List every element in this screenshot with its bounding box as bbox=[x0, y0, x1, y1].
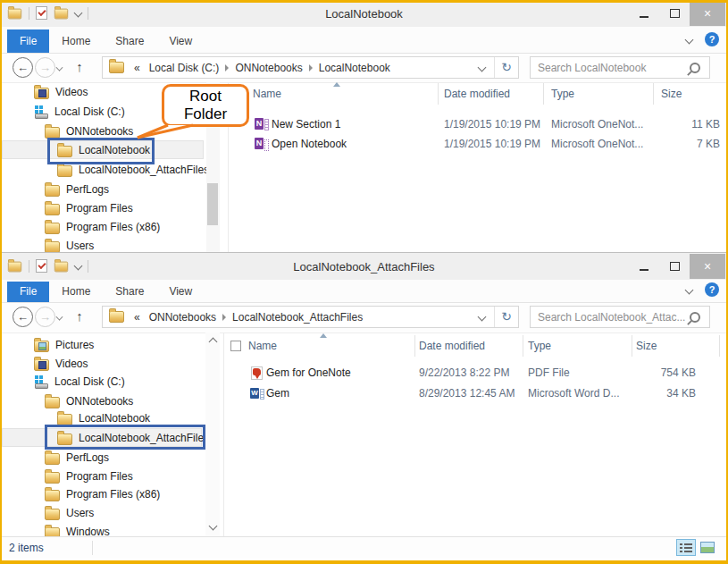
column-header-date[interactable]: Date modified bbox=[419, 337, 485, 355]
breadcrumb-item[interactable]: Local Disk (C:) bbox=[145, 62, 224, 74]
close-button[interactable]: × bbox=[690, 1, 725, 26]
divider bbox=[29, 260, 29, 273]
properties-check-icon[interactable] bbox=[36, 6, 47, 20]
window-frame-edge bbox=[0, 560, 728, 564]
breadcrumb-separator-icon bbox=[309, 64, 313, 72]
column-header-name[interactable]: Name bbox=[248, 337, 277, 355]
tree-item-videos[interactable]: Videos bbox=[34, 83, 88, 101]
column-separator[interactable] bbox=[653, 83, 654, 105]
breadcrumb-overflow[interactable]: « bbox=[130, 311, 145, 324]
tab-share[interactable]: Share bbox=[103, 29, 156, 53]
ribbon-collapse-icon[interactable] bbox=[685, 285, 694, 294]
refresh-button[interactable]: ↻ bbox=[495, 307, 518, 327]
ribbon-collapse-icon[interactable] bbox=[685, 35, 694, 44]
scroll-up-icon[interactable] bbox=[209, 338, 218, 347]
column-header-size[interactable]: Size bbox=[661, 85, 682, 103]
up-button[interactable]: ↑ bbox=[71, 307, 88, 325]
toolbar-dropdown-icon[interactable] bbox=[74, 9, 83, 18]
tab-file[interactable]: File bbox=[7, 29, 49, 53]
scroll-down-icon[interactable] bbox=[209, 522, 218, 531]
select-all-checkbox[interactable] bbox=[230, 341, 241, 351]
scrollbar-thumb[interactable] bbox=[207, 183, 218, 225]
breadcrumb-item[interactable]: LocalNotebook_AttachFiles bbox=[228, 311, 367, 324]
file-name: Open Notebook bbox=[272, 135, 347, 154]
tab-share[interactable]: Share bbox=[103, 282, 156, 302]
column-header-type[interactable]: Type bbox=[551, 85, 574, 103]
ribbon-right-controls: ? bbox=[686, 282, 719, 297]
breadcrumb-overflow[interactable]: « bbox=[130, 62, 145, 74]
address-bar[interactable]: « Local Disk (C:) ONNotebooks LocalNoteb… bbox=[102, 56, 519, 79]
column-header-date[interactable]: Date modified bbox=[444, 85, 510, 103]
divider bbox=[29, 7, 29, 20]
tab-view[interactable]: View bbox=[156, 29, 205, 53]
ribbon-right-controls: ? bbox=[686, 32, 719, 46]
tree-item-label: Program Files bbox=[66, 470, 133, 483]
titlebar[interactable]: LocalNotebook × bbox=[0, 0, 728, 27]
folder-icon bbox=[109, 311, 124, 323]
address-dropdown-icon[interactable] bbox=[478, 313, 487, 322]
column-separator[interactable] bbox=[719, 335, 720, 357]
file-date: 9/22/2013 8:22 PM bbox=[419, 364, 509, 383]
column-header-size[interactable]: Size bbox=[636, 337, 657, 355]
tree-item-users[interactable]: Users bbox=[45, 504, 94, 522]
file-row-new-section-1[interactable]: New Section 1 1/19/2015 10:19 PM Microso… bbox=[0, 115, 728, 134]
column-header-name[interactable]: Name bbox=[253, 85, 281, 103]
tab-view[interactable]: View bbox=[156, 282, 205, 302]
tree-item-program-files[interactable]: Program Files bbox=[45, 467, 133, 485]
tree-item-perflogs[interactable]: PerfLogs bbox=[45, 449, 109, 467]
breadcrumb-separator-icon bbox=[222, 314, 226, 321]
help-icon[interactable]: ? bbox=[705, 32, 719, 46]
up-button[interactable]: ↑ bbox=[71, 58, 88, 76]
breadcrumb-item[interactable]: ONNotebooks bbox=[230, 62, 306, 74]
folder-icon[interactable] bbox=[54, 9, 68, 20]
thumbnails-view-button[interactable] bbox=[698, 539, 717, 556]
back-button[interactable]: ← bbox=[13, 57, 33, 78]
column-separator[interactable] bbox=[414, 335, 415, 357]
sort-ascending-icon bbox=[333, 82, 340, 87]
forward-button[interactable]: → bbox=[35, 57, 55, 78]
column-separator[interactable] bbox=[438, 83, 439, 105]
tree-item-users[interactable]: Users bbox=[45, 237, 94, 253]
breadcrumb-item[interactable]: LocalNotebook bbox=[314, 62, 395, 74]
folder-icon[interactable] bbox=[8, 262, 21, 273]
details-view-button[interactable] bbox=[676, 539, 696, 556]
tree-item-pictures[interactable]: Pictures bbox=[34, 336, 94, 354]
help-icon[interactable]: ? bbox=[705, 282, 719, 297]
breadcrumb-item[interactable]: ONNotebooks bbox=[145, 311, 221, 324]
tab-home[interactable]: Home bbox=[49, 29, 103, 53]
folder-icon[interactable] bbox=[8, 9, 21, 20]
toolbar-dropdown-icon[interactable] bbox=[74, 262, 83, 271]
properties-check-icon[interactable] bbox=[36, 259, 47, 273]
recent-pages-dropdown-icon[interactable] bbox=[56, 314, 63, 321]
address-bar[interactable]: « ONNotebooks LocalNotebook_AttachFiles … bbox=[102, 306, 519, 328]
back-button[interactable]: ← bbox=[13, 307, 33, 327]
column-separator[interactable] bbox=[523, 335, 523, 357]
file-row-gem-for-onenote[interactable]: Gem for OneNote 9/22/2013 8:22 PM PDF Fi… bbox=[0, 364, 728, 383]
refresh-button[interactable]: ↻ bbox=[495, 57, 518, 78]
close-button[interactable]: × bbox=[690, 254, 725, 279]
tree-item-program-files[interactable]: Program Files bbox=[45, 199, 133, 217]
maximize-button[interactable] bbox=[659, 1, 690, 26]
column-separator[interactable] bbox=[632, 335, 632, 357]
file-row-gem[interactable]: Gem 8/29/2013 12:45 AM Microsoft Word D.… bbox=[0, 384, 728, 403]
tab-file[interactable]: File bbox=[7, 282, 49, 302]
minimize-button[interactable] bbox=[629, 1, 659, 26]
tree-item-perflogs[interactable]: PerfLogs bbox=[45, 181, 109, 198]
search-box[interactable]: Search LocalNotebook_Attac... bbox=[530, 306, 710, 328]
forward-button[interactable]: → bbox=[35, 307, 55, 327]
maximize-button[interactable] bbox=[659, 254, 690, 279]
recent-pages-dropdown-icon[interactable] bbox=[56, 64, 63, 72]
column-separator[interactable] bbox=[543, 83, 544, 105]
titlebar[interactable]: LocalNotebook_AttachFiles × bbox=[0, 253, 728, 280]
tree-item-program-files-x86[interactable]: Program Files (x86) bbox=[45, 218, 160, 236]
address-dropdown-icon[interactable] bbox=[478, 63, 487, 72]
folder-icon[interactable] bbox=[54, 262, 68, 273]
search-box[interactable]: Search LocalNotebook bbox=[530, 56, 710, 79]
tab-home[interactable]: Home bbox=[49, 282, 103, 302]
search-icon[interactable] bbox=[690, 312, 700, 323]
column-header-type[interactable]: Type bbox=[528, 337, 551, 355]
tree-item-program-files-x86[interactable]: Program Files (x86) bbox=[45, 485, 160, 503]
onenote-section-icon bbox=[255, 118, 269, 131]
search-icon[interactable] bbox=[690, 63, 700, 73]
minimize-button[interactable] bbox=[629, 254, 659, 279]
